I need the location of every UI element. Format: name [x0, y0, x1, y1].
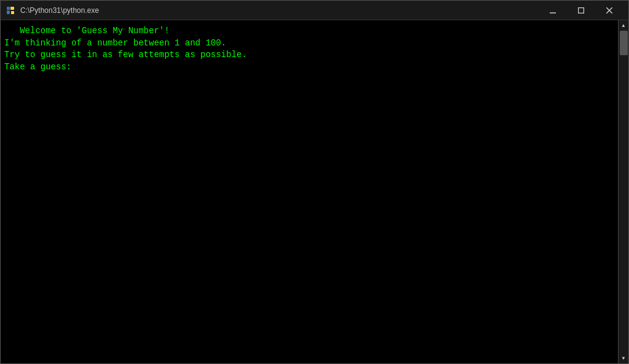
svg-rect-3 — [10, 7, 14, 10]
scrollbar[interactable]: ▲ ▼ — [618, 20, 628, 363]
title-bar: C:\Python31\python.exe — [1, 1, 628, 20]
scrollbar-up-arrow[interactable]: ▲ — [619, 20, 629, 31]
console-line-1: Welcome to 'Guess My Number'! — [4, 25, 614, 37]
scrollbar-thumb[interactable] — [620, 31, 628, 55]
close-button[interactable] — [595, 1, 623, 20]
console-content[interactable]: Welcome to 'Guess My Number'! I'm thinki… — [1, 20, 618, 363]
console-line-4: Try to guess it in as few attempts as po… — [4, 49, 614, 61]
maximize-button[interactable] — [567, 1, 595, 20]
console-area: Welcome to 'Guess My Number'! I'm thinki… — [1, 20, 628, 363]
console-line-3: I'm thinking of a number between 1 and 1… — [4, 37, 614, 50]
scrollbar-track[interactable] — [619, 31, 628, 353]
window: C:\Python31\python.exe Welcome to 'Guess… — [0, 0, 629, 364]
minimize-button[interactable] — [539, 1, 567, 20]
scrollbar-down-arrow[interactable]: ▼ — [619, 353, 629, 363]
svg-rect-5 — [579, 7, 584, 13]
python-icon — [6, 6, 15, 15]
svg-rect-1 — [11, 11, 14, 14]
svg-rect-0 — [7, 7, 10, 10]
title-bar-controls — [539, 1, 623, 20]
window-title: C:\Python31\python.exe — [20, 6, 99, 15]
console-line-6: Take a guess: — [4, 61, 614, 74]
title-bar-left: C:\Python31\python.exe — [6, 6, 99, 15]
svg-rect-2 — [7, 10, 10, 14]
